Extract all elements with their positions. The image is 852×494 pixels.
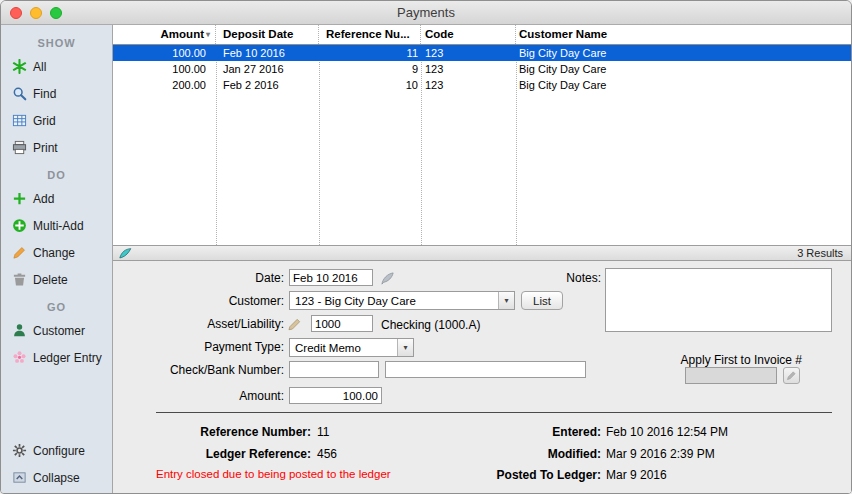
sidebar-item-grid[interactable]: Grid xyxy=(1,107,112,134)
customer-label: Customer: xyxy=(113,294,284,308)
payment-type-label: Payment Type: xyxy=(113,340,284,354)
column-header-deposit-date[interactable]: Deposit Date xyxy=(216,25,319,44)
table-row[interactable]: 100.00 Feb 10 2016 11 123 Big City Day C… xyxy=(113,45,851,61)
payments-window: Payments SHOW All Find Grid xyxy=(0,0,852,494)
gear-icon xyxy=(11,443,27,459)
titlebar: Payments xyxy=(1,1,851,25)
search-icon xyxy=(11,86,27,102)
form-divider xyxy=(156,412,832,413)
asset-liability-label: Asset/Liability: xyxy=(113,317,284,331)
apply-first-invoice-label: Apply First to Invoice # xyxy=(602,353,802,367)
sidebar-item-label: Print xyxy=(33,141,58,155)
sidebar-item-label: Delete xyxy=(33,273,68,287)
window-title: Payments xyxy=(397,5,455,20)
results-count: 3 Results xyxy=(797,247,843,259)
modified-value: Mar 9 2016 2:39 PM xyxy=(606,447,715,461)
plus-icon xyxy=(11,191,27,207)
grid-icon xyxy=(11,113,27,129)
sort-chevron-icon: ▾ xyxy=(206,30,210,39)
sidebar: SHOW All Find Grid xyxy=(1,25,113,494)
window-controls xyxy=(10,1,62,24)
table-row[interactable]: 100.00 Jan 27 2016 9 123 Big City Day Ca… xyxy=(113,61,851,77)
sidebar-item-print[interactable]: Print xyxy=(1,134,112,161)
zoom-button[interactable] xyxy=(50,7,62,19)
list-button[interactable]: List xyxy=(521,291,563,310)
entry-closed-message: Entry closed due to being posted to the … xyxy=(156,468,391,480)
posted-to-ledger-label: Posted To Ledger: xyxy=(401,468,601,482)
notes-textarea[interactable] xyxy=(605,268,832,332)
sidebar-item-multi-add[interactable]: Multi-Add xyxy=(1,212,112,239)
sidebar-item-find[interactable]: Find xyxy=(1,80,112,107)
asset-account-description: Checking (1000.A) xyxy=(381,318,480,332)
check-bank-number-label: Check/Bank Number: xyxy=(113,363,284,377)
payment-type-select[interactable]: Credit Memo ▾ xyxy=(289,338,414,357)
sidebar-item-label: Add xyxy=(33,192,54,206)
sidebar-item-label: Find xyxy=(33,87,56,101)
flower-icon xyxy=(11,350,27,366)
column-header-customer-name[interactable]: Customer Name xyxy=(516,25,851,44)
app-logo-icon xyxy=(118,246,132,260)
quill-icon[interactable] xyxy=(379,270,395,286)
sidebar-item-ledger-entry[interactable]: Ledger Entry xyxy=(1,344,112,371)
column-header-amount[interactable]: Amount▾ xyxy=(113,25,216,44)
sidebar-item-delete[interactable]: Delete xyxy=(1,266,112,293)
reference-number-value: 11 xyxy=(317,425,329,439)
sidebar-item-customer[interactable]: Customer xyxy=(1,317,112,344)
column-header-reference-number[interactable]: Reference Nu... xyxy=(319,25,421,44)
sidebar-item-change[interactable]: Change xyxy=(1,239,112,266)
person-icon xyxy=(11,323,27,339)
sidebar-item-label: Customer xyxy=(33,324,85,338)
asterisk-icon xyxy=(11,59,27,75)
apply-invoice-edit-button xyxy=(783,367,800,384)
sidebar-item-label: Multi-Add xyxy=(33,219,84,233)
asset-lookup-icon[interactable] xyxy=(287,316,303,332)
sidebar-item-add[interactable]: Add xyxy=(1,185,112,212)
trash-icon xyxy=(11,272,27,288)
payment-detail-form: Date: Customer: 123 - Big City Day Care … xyxy=(113,261,851,494)
status-bar: 3 Results xyxy=(113,245,851,261)
minimize-button[interactable] xyxy=(30,7,42,19)
reference-number-label: Reference Number: xyxy=(113,425,311,439)
amount-input[interactable] xyxy=(289,387,382,404)
notes-label: Notes: xyxy=(493,271,601,285)
sidebar-item-label: Change xyxy=(33,246,75,260)
sidebar-item-label: Grid xyxy=(33,114,56,128)
amount-label: Amount: xyxy=(113,389,284,403)
bank-number-input[interactable] xyxy=(385,361,586,378)
date-input[interactable] xyxy=(289,269,373,286)
chevron-down-icon: ▾ xyxy=(397,339,413,356)
payments-table-body: 100.00 Feb 10 2016 11 123 Big City Day C… xyxy=(113,45,851,245)
circle-plus-icon xyxy=(11,218,27,234)
asset-account-input[interactable] xyxy=(311,315,373,332)
sidebar-item-all[interactable]: All xyxy=(1,53,112,80)
apply-first-invoice-input xyxy=(685,367,777,384)
sidebar-item-label: Collapse xyxy=(33,471,80,485)
posted-to-ledger-value: Mar 9 2016 xyxy=(606,468,667,482)
table-header: Amount▾ Deposit Date Reference Nu... Cod… xyxy=(113,25,851,45)
column-header-code[interactable]: Code xyxy=(421,25,516,44)
sidebar-item-configure[interactable]: Configure xyxy=(1,437,112,464)
table-row[interactable]: 200.00 Feb 2 2016 10 123 Big City Day Ca… xyxy=(113,77,851,93)
entered-value: Feb 10 2016 12:54 PM xyxy=(606,425,728,439)
sidebar-item-label: Configure xyxy=(33,444,85,458)
collapse-icon xyxy=(11,470,27,486)
sidebar-header-show: SHOW xyxy=(1,33,112,53)
ledger-reference-value: 456 xyxy=(317,447,337,461)
sidebar-item-collapse[interactable]: Collapse xyxy=(1,464,112,491)
date-label: Date: xyxy=(113,271,284,285)
payment-type-value: Credit Memo xyxy=(290,342,397,354)
sidebar-header-do: DO xyxy=(1,165,112,185)
ledger-reference-label: Ledger Reference: xyxy=(113,447,311,461)
sidebar-item-label: All xyxy=(33,60,46,74)
pencil-icon xyxy=(11,245,27,261)
customer-select[interactable]: 123 - Big City Day Care ▾ xyxy=(289,291,515,310)
sidebar-header-go: GO xyxy=(1,297,112,317)
sidebar-item-label: Ledger Entry xyxy=(33,351,102,365)
check-number-input[interactable] xyxy=(289,361,379,378)
chevron-down-icon: ▾ xyxy=(498,292,514,309)
printer-icon xyxy=(11,140,27,156)
customer-select-value: 123 - Big City Day Care xyxy=(290,295,498,307)
entered-label: Entered: xyxy=(401,425,601,439)
close-button[interactable] xyxy=(10,7,22,19)
modified-label: Modified: xyxy=(401,447,601,461)
